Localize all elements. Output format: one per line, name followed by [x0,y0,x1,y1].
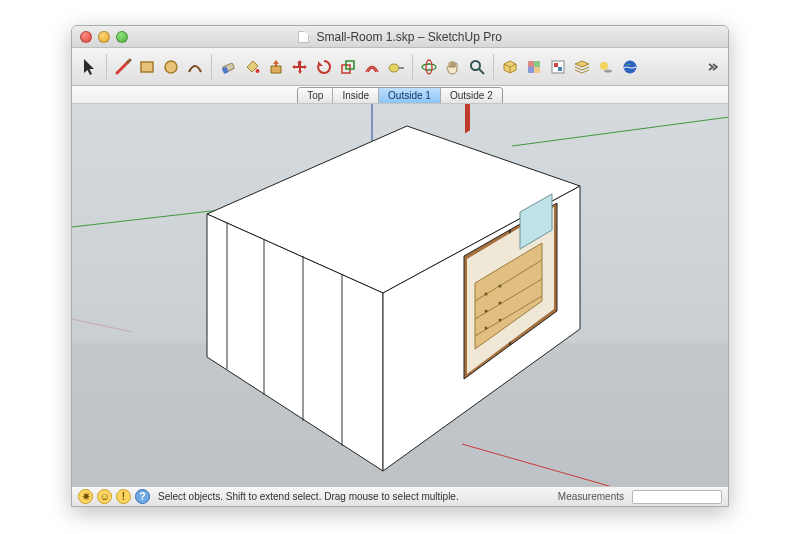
viewport-canvas [72,104,728,486]
zoom-tool[interactable] [465,55,489,79]
svg-point-45 [499,302,502,305]
svg-point-46 [485,327,488,330]
svg-rect-13 [528,67,534,73]
google-earth-tool[interactable] [618,55,642,79]
toolbar-separator [412,54,413,80]
window-title: Small-Room 1.skp – SketchUp Pro [72,29,728,44]
zoom-window-button[interactable] [116,31,128,43]
model-viewport[interactable] [72,104,728,486]
styles-tool[interactable] [546,55,570,79]
minimize-window-button[interactable] [98,31,110,43]
svg-rect-11 [528,61,534,67]
shadows-tool[interactable] [594,55,618,79]
tape-measure-tool[interactable] [384,55,408,79]
materials-tool[interactable] [522,55,546,79]
svg-rect-37 [465,104,470,133]
window-controls [80,31,128,43]
svg-rect-17 [558,67,562,71]
svg-point-9 [426,60,432,74]
svg-rect-12 [534,61,540,67]
svg-point-19 [604,69,612,72]
eraser-tool[interactable] [216,55,240,79]
status-tip-icon[interactable]: ! [116,489,131,504]
window-title-file: Small-Room 1.skp [316,30,414,44]
svg-point-4 [256,69,260,73]
paint-bucket-tool[interactable] [240,55,264,79]
close-window-button[interactable] [80,31,92,43]
scene-tab-top[interactable]: Top [298,88,333,103]
window-title-app: SketchUp Pro [428,30,502,44]
scene-tabs-bar: Top Inside Outside 1 Outside 2 [72,86,728,104]
svg-point-8 [422,64,436,70]
toolbar-overflow-button[interactable] [704,58,722,76]
svg-point-44 [485,310,488,313]
svg-point-47 [499,319,502,322]
components-tool[interactable] [498,55,522,79]
svg-rect-0 [141,62,153,72]
scene-tab-outside-1[interactable]: Outside 1 [379,88,441,103]
svg-point-10 [471,61,480,70]
layers-tool[interactable] [570,55,594,79]
app-window: Small-Room 1.skp – SketchUp Pro [71,25,729,507]
svg-point-7 [389,64,399,72]
titlebar: Small-Room 1.skp – SketchUp Pro [72,26,728,48]
status-help-icon[interactable]: ? [135,489,150,504]
select-tool[interactable] [78,55,102,79]
status-bar: ✷ ☺ ! ? Select objects. Shift to extend … [72,486,728,506]
svg-rect-16 [554,63,558,67]
scene-tab-outside-2[interactable]: Outside 2 [441,88,502,103]
scale-tool[interactable] [336,55,360,79]
toolbar-separator [211,54,212,80]
line-tool[interactable] [111,55,135,79]
toolbar-separator [106,54,107,80]
measurements-label: Measurements [558,491,624,502]
arc-tool[interactable] [183,55,207,79]
svg-point-42 [485,293,488,296]
status-person-icon[interactable]: ☺ [97,489,112,504]
push-pull-tool[interactable] [264,55,288,79]
move-tool[interactable] [288,55,312,79]
svg-point-18 [600,62,608,70]
rectangle-tool[interactable] [135,55,159,79]
svg-rect-14 [534,67,540,73]
toolbar-separator [493,54,494,80]
scene-tab-inside[interactable]: Inside [333,88,379,103]
scene-tabs: Top Inside Outside 1 Outside 2 [297,87,502,103]
measurements-input[interactable] [632,490,722,504]
pan-tool[interactable] [441,55,465,79]
offset-tool[interactable] [360,55,384,79]
main-toolbar [72,48,728,86]
rotate-tool[interactable] [312,55,336,79]
circle-tool[interactable] [159,55,183,79]
status-hint: Select objects. Shift to extend select. … [158,491,459,502]
orbit-tool[interactable] [417,55,441,79]
document-icon [298,31,309,43]
status-bulb-icon[interactable]: ✷ [78,489,93,504]
svg-point-43 [499,285,502,288]
svg-point-1 [165,61,177,73]
